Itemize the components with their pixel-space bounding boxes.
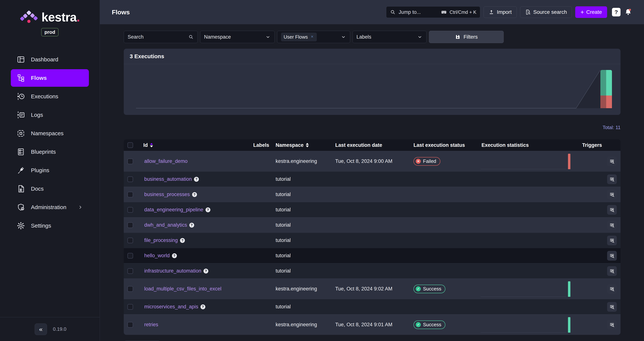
- flow-id-link[interactable]: dwh_and_analytics: [144, 222, 187, 228]
- row-checkbox[interactable]: [128, 304, 133, 310]
- remove-filter-icon[interactable]: [310, 34, 314, 40]
- table-row[interactable]: hello_world?tutorial: [124, 248, 620, 263]
- flow-id-link[interactable]: business_automation: [144, 176, 192, 182]
- flow-triggers-button[interactable]: [607, 205, 617, 215]
- cog-icon: [17, 222, 25, 230]
- flow-triggers-button[interactable]: [607, 236, 617, 245]
- search-input[interactable]: [128, 34, 188, 40]
- table-row[interactable]: business_automation?tutorial: [124, 171, 620, 187]
- source-search-button[interactable]: Source search: [520, 6, 572, 18]
- row-checkbox[interactable]: [128, 176, 133, 182]
- table-row[interactable]: infrastructure_automation?tutorial: [124, 263, 620, 278]
- filters-button[interactable]: Filters: [429, 31, 504, 43]
- row-checkbox[interactable]: [128, 268, 133, 274]
- row-checkbox[interactable]: [128, 253, 133, 258]
- flow-id-link[interactable]: load_multiple_csv_files_into_excel: [144, 286, 222, 292]
- sidebar-item-logs[interactable]: Logs: [11, 106, 89, 124]
- table-row[interactable]: data_engineering_pipeline?tutorial: [124, 202, 620, 217]
- flow-triggers-button[interactable]: [607, 284, 617, 294]
- dashed-square-icon: [17, 129, 25, 138]
- flow-id-link[interactable]: hello_world: [144, 253, 170, 258]
- table-row[interactable]: business_processes?tutorial: [124, 187, 620, 202]
- row-checkbox[interactable]: [128, 238, 133, 243]
- flow-triggers-button[interactable]: [607, 220, 617, 230]
- column-header-labels: Labels: [250, 142, 273, 148]
- save-icon: [455, 34, 460, 40]
- sidebar-item-blueprints[interactable]: Blueprints: [11, 143, 89, 161]
- import-label: Import: [497, 9, 512, 15]
- flow-triggers-button[interactable]: [607, 251, 617, 261]
- jump-to-search[interactable]: Jump to... Ctrl/Cmd + K: [386, 6, 480, 18]
- row-checkbox[interactable]: [128, 159, 133, 164]
- namespace-cell: tutorial: [273, 222, 332, 228]
- flow-id-link[interactable]: infrastructure_automation: [144, 268, 201, 274]
- sidebar-nav: DashboardFlowsExecutionsLogsNamespacesBl…: [0, 51, 100, 234]
- sidebar-item-administration[interactable]: Administration: [11, 198, 89, 216]
- flow-triggers-button[interactable]: [607, 190, 617, 199]
- total-count: Total: 11: [124, 125, 620, 130]
- import-button[interactable]: Import: [484, 6, 516, 18]
- failed-x-icon: ✕: [416, 159, 421, 164]
- namespace-select[interactable]: Namespace: [200, 31, 275, 43]
- last-execution-date-cell: Tue, Oct 8, 2024 9:02 AM: [332, 286, 411, 292]
- sidebar-item-dashboard[interactable]: Dashboard: [11, 51, 89, 68]
- namespace-cell: tutorial: [273, 253, 332, 258]
- flow-id-link[interactable]: retries: [144, 322, 158, 327]
- table-row[interactable]: load_multiple_csv_files_into_excelkestra…: [124, 278, 620, 299]
- flow-triggers-button[interactable]: [607, 266, 617, 276]
- help-circle-icon: ?: [200, 304, 205, 309]
- labels-select[interactable]: Labels: [352, 31, 426, 43]
- sidebar-item-plugins[interactable]: Plugins: [11, 162, 89, 179]
- row-checkbox[interactable]: [128, 322, 133, 327]
- filters-label: Filters: [464, 34, 478, 40]
- search-input-wrap: [124, 31, 198, 43]
- table-row[interactable]: allow_failure_demokestra.engineeringTue,…: [124, 151, 620, 171]
- sidebar-item-executions[interactable]: Executions: [11, 88, 89, 105]
- sidebar-item-flows[interactable]: Flows: [11, 69, 89, 87]
- table-row[interactable]: file_processing?tutorial: [124, 233, 620, 248]
- collapse-sidebar-button[interactable]: «: [35, 323, 47, 335]
- flow-type-select[interactable]: User Flows: [277, 31, 350, 43]
- main-area: Flows Jump to... Ctrl/Cmd + K Import: [100, 0, 644, 341]
- row-checkbox[interactable]: [128, 192, 133, 197]
- flow-triggers-button[interactable]: [607, 320, 617, 330]
- notifications-bell-icon[interactable]: [624, 8, 632, 17]
- row-checkbox[interactable]: [128, 286, 133, 292]
- row-checkbox[interactable]: [128, 222, 133, 228]
- column-header-namespace[interactable]: Namespace: [273, 142, 332, 148]
- execution-statistics-cell: [479, 187, 579, 202]
- flow-triggers-button[interactable]: [607, 157, 617, 166]
- sort-arrows-icon[interactable]: [150, 143, 153, 147]
- table-row[interactable]: microservices_and_apis?tutorial: [124, 299, 620, 314]
- help-circle-icon: ?: [192, 192, 197, 197]
- flow-triggers-button[interactable]: [607, 302, 617, 312]
- flow-id-link[interactable]: data_engineering_pipeline: [144, 207, 203, 213]
- table-row[interactable]: retrieskestra.engineeringTue, Oct 8, 202…: [124, 314, 620, 335]
- topbar: Flows Jump to... Ctrl/Cmd + K Import: [100, 0, 644, 24]
- table-row[interactable]: dwh_and_analytics?tutorial: [124, 217, 620, 233]
- namespace-cell: kestra.engineering: [273, 286, 332, 292]
- help-circle-icon: ?: [206, 207, 210, 212]
- row-checkbox[interactable]: [128, 207, 133, 213]
- flow-id-link[interactable]: microservices_and_apis: [144, 304, 198, 310]
- status-badge: ✓Success: [414, 285, 445, 293]
- sidebar-item-docs[interactable]: Docs: [11, 180, 89, 198]
- sort-arrows-icon[interactable]: [306, 143, 309, 147]
- sidebar-item-namespaces[interactable]: Namespaces: [11, 125, 89, 142]
- flow-id-link[interactable]: allow_failure_demo: [144, 158, 188, 164]
- flow-triggers-button[interactable]: [607, 174, 617, 184]
- create-button[interactable]: + Create: [575, 6, 607, 18]
- flow-id-link[interactable]: business_processes: [144, 192, 190, 197]
- success-check-icon: ✓: [416, 286, 421, 291]
- source-search-label: Source search: [533, 9, 567, 15]
- help-circle-icon: ?: [180, 238, 185, 243]
- column-header-id[interactable]: Id: [140, 142, 250, 148]
- ballot-icon: [17, 148, 25, 156]
- flow-id-link[interactable]: file_processing: [144, 237, 178, 243]
- column-header-label: Execution statistics: [482, 142, 529, 148]
- flows-table: IdLabelsNamespaceLast execution dateLast…: [124, 139, 620, 335]
- select-all-checkbox[interactable]: [128, 142, 133, 148]
- help-button[interactable]: ?: [612, 8, 620, 17]
- sidebar-item-settings[interactable]: Settings: [11, 217, 89, 234]
- brand-logo[interactable]: kestra.: [0, 10, 100, 24]
